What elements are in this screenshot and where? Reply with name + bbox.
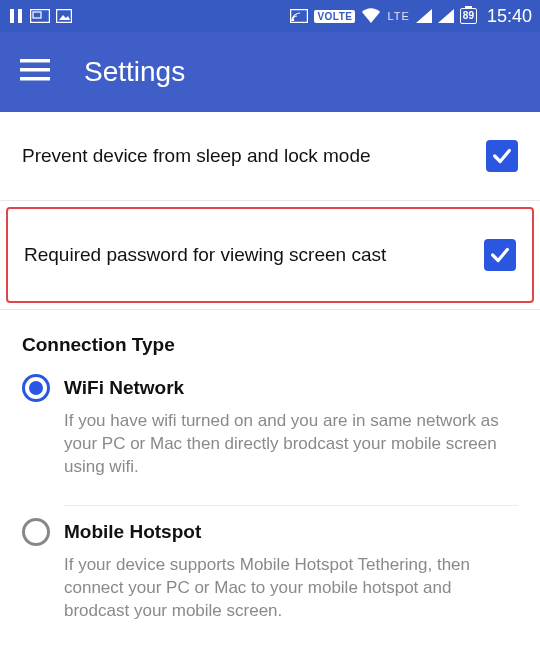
checkbox-require-password[interactable] bbox=[484, 239, 516, 271]
radio-dot bbox=[29, 381, 43, 395]
radio-title: Mobile Hotspot bbox=[64, 521, 201, 543]
svg-rect-3 bbox=[33, 12, 41, 18]
highlighted-setting: Required password for viewing screen cas… bbox=[6, 207, 534, 303]
radio-title: WiFi Network bbox=[64, 377, 184, 399]
connection-type-header: Connection Type bbox=[0, 310, 540, 374]
divider bbox=[64, 505, 518, 506]
status-bar: VOLTE LTE 89 15:40 bbox=[0, 0, 540, 32]
screenshare-icon bbox=[30, 9, 50, 23]
menu-icon[interactable] bbox=[20, 59, 50, 85]
cast-icon bbox=[290, 9, 308, 23]
svg-rect-1 bbox=[18, 9, 22, 23]
lte-label: LTE bbox=[387, 10, 409, 22]
svg-marker-9 bbox=[438, 9, 454, 23]
svg-rect-12 bbox=[20, 77, 50, 81]
svg-rect-10 bbox=[20, 59, 50, 63]
setting-label: Prevent device from sleep and lock mode bbox=[22, 145, 371, 167]
volte-badge: VOLTE bbox=[314, 10, 355, 23]
image-icon bbox=[56, 9, 72, 23]
svg-rect-11 bbox=[20, 68, 50, 72]
pause-icon bbox=[8, 8, 24, 24]
check-icon bbox=[489, 244, 511, 266]
clock: 15:40 bbox=[487, 6, 532, 27]
svg-marker-5 bbox=[59, 15, 70, 20]
radio-description: If your device supports Mobile Hotspot T… bbox=[22, 554, 518, 623]
setting-require-password[interactable]: Required password for viewing screen cas… bbox=[8, 209, 532, 301]
radio-mobile-hotspot[interactable]: Mobile Hotspot If your device supports M… bbox=[0, 518, 540, 641]
app-bar: Settings bbox=[0, 32, 540, 112]
setting-prevent-sleep[interactable]: Prevent device from sleep and lock mode bbox=[0, 112, 540, 201]
radio-button-icon[interactable] bbox=[22, 374, 50, 402]
status-left bbox=[8, 8, 72, 24]
wifi-icon bbox=[361, 8, 381, 24]
signal-2-icon bbox=[438, 9, 454, 23]
checkbox-prevent-sleep[interactable] bbox=[486, 140, 518, 172]
svg-rect-0 bbox=[10, 9, 14, 23]
svg-marker-8 bbox=[416, 9, 432, 23]
page-title: Settings bbox=[84, 56, 185, 88]
svg-point-7 bbox=[292, 19, 294, 21]
radio-button-icon[interactable] bbox=[22, 518, 50, 546]
radio-description: If you have wifi turned on and you are i… bbox=[22, 410, 518, 479]
check-icon bbox=[491, 145, 513, 167]
status-right: VOLTE LTE 89 15:40 bbox=[290, 6, 532, 27]
battery-icon: 89 bbox=[460, 8, 477, 24]
signal-1-icon bbox=[416, 9, 432, 23]
setting-label: Required password for viewing screen cas… bbox=[24, 244, 386, 266]
radio-wifi-network[interactable]: WiFi Network If you have wifi turned on … bbox=[0, 374, 540, 497]
